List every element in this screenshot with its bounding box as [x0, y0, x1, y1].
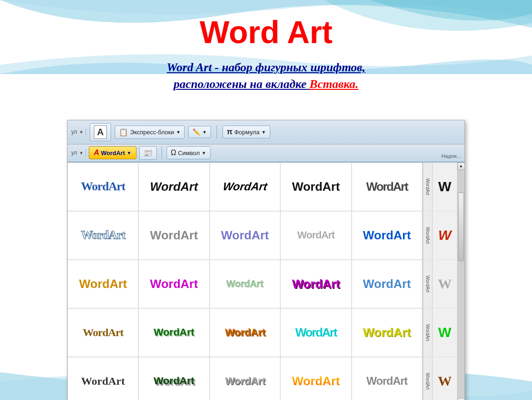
wordart-preview: WordArt: [150, 277, 198, 291]
subtitle-text: Word Art - набор фигурных шрифтов, распо…: [139, 59, 393, 93]
gallery-cell[interactable]: WordArt: [138, 260, 209, 308]
gallery-cell[interactable]: WordArt: [280, 260, 351, 308]
gallery-cell[interactable]: WordArt: [138, 357, 209, 400]
pi-icon: π: [227, 128, 232, 136]
wordart-preview: WordArt: [221, 228, 269, 243]
edit-button[interactable]: ✏️ ▼: [188, 126, 211, 138]
gallery-cell[interactable]: WordArt: [210, 308, 280, 357]
page-title: Word Art: [199, 14, 332, 50]
sidebar-item[interactable]: WordArtW: [423, 162, 457, 211]
scroll-thumb[interactable]: [458, 193, 464, 261]
formula-button[interactable]: π Формула ▼: [223, 125, 270, 138]
dropdown-label-1: ул: [71, 129, 77, 135]
wordart-preview: WordArt: [79, 277, 127, 291]
wordart-preview: WordArt: [81, 375, 125, 388]
wordart-preview: WordArt: [297, 229, 335, 241]
gallery-cell[interactable]: WordArt: [280, 162, 351, 211]
toolbar-separator-2: [161, 146, 162, 159]
sidebar-item-preview: W: [433, 260, 457, 308]
sidebar-item-label: WordArt: [423, 357, 433, 400]
sidebar-item-preview: W: [433, 162, 457, 211]
wordart-arrow: ▼: [127, 150, 131, 156]
wordart-preview: WordArt: [224, 375, 266, 387]
formula-arrow: ▼: [261, 130, 266, 135]
section-header: Надпи...: [441, 153, 461, 160]
wordart-preview: WordArt: [292, 277, 340, 291]
dropdown-label-2: ул: [71, 150, 77, 156]
gallery-cell[interactable]: WordArt: [68, 308, 138, 357]
edit-arrow: ▼: [202, 130, 207, 135]
wordart-preview: WordArt: [292, 180, 340, 194]
dropdown-arrow-2[interactable]: ▼: [79, 150, 84, 156]
wordart-button[interactable]: A WordArt ▼: [89, 146, 136, 159]
wordart-icon: A: [94, 149, 99, 157]
scroll-up-button[interactable]: ▲: [458, 162, 465, 170]
gallery-cell[interactable]: WordArt: [280, 357, 351, 400]
sidebar-item-label: WordArt: [423, 308, 433, 356]
wordart-preview: WordArt: [224, 327, 266, 339]
gallery-cell[interactable]: WordArt: [352, 357, 422, 400]
sidebar-item-label: WordArt: [423, 211, 433, 259]
toolbar-row1: ул ▼ A 📋 Экспресс-блоки ▼ ✏️ ▼ π Формула…: [68, 120, 464, 144]
drop-cap-icon: 📰: [143, 149, 153, 157]
gallery-cell[interactable]: WordArt: [210, 162, 280, 211]
wordart-preview: WordArt: [150, 180, 198, 194]
text-button[interactable]: A: [90, 123, 111, 141]
sidebar-item[interactable]: WordArtW: [423, 357, 457, 400]
wordart-preview: WordArt: [363, 277, 411, 291]
wordart-preview: WordArt: [227, 279, 264, 289]
omega-icon: Ω: [171, 149, 176, 157]
toolbar-separator-1: [217, 125, 217, 138]
gallery-scrollbar[interactable]: ▲ ▼: [457, 162, 464, 400]
gallery-cell[interactable]: WordArt: [352, 162, 422, 211]
sidebar-item[interactable]: WordArtW: [423, 260, 457, 308]
symbol-button[interactable]: Ω Символ ▼: [167, 146, 210, 159]
gallery-cell[interactable]: WordArt: [68, 162, 138, 211]
sidebar-item[interactable]: WordArtW: [423, 211, 457, 260]
wordart-preview: WordArt: [222, 180, 268, 193]
gallery-cell[interactable]: WordArt: [210, 260, 280, 308]
wordart-preview: WordArt: [295, 325, 337, 340]
wordart-preview: WordArt: [154, 326, 194, 338]
wordart-gallery: WordArtWordArtWordArtWordArtWordArtWordA…: [68, 162, 423, 400]
wordart-preview: WordArt: [366, 180, 408, 194]
gallery-cell[interactable]: WordArt: [280, 308, 351, 357]
gallery-cell[interactable]: WordArt: [138, 162, 209, 211]
gallery-cell[interactable]: WordArt: [138, 211, 209, 260]
gallery-cell[interactable]: WordArt: [280, 211, 351, 260]
gallery-cell[interactable]: WordArt: [68, 357, 138, 400]
symbol-arrow: ▼: [202, 150, 206, 156]
gallery-cell[interactable]: WordArt: [68, 260, 138, 308]
wordart-preview: WordArt: [154, 375, 194, 387]
gallery-cell[interactable]: WordArt: [352, 260, 422, 308]
wordart-preview: WordArt: [292, 374, 340, 388]
sidebar-item[interactable]: WordArtW: [423, 308, 457, 357]
dropdown-arrow-1[interactable]: ▼: [79, 130, 84, 135]
gallery-sidebar: WordArtWWordArtWWordArtWWordArtWWordArtW: [423, 162, 457, 400]
letter-a-icon: A: [94, 125, 107, 139]
gallery-cell[interactable]: WordArt: [138, 308, 209, 357]
gallery-cell[interactable]: WordArt: [352, 211, 422, 260]
wordart-preview: WordArt: [150, 228, 198, 243]
sidebar-item-label: WordArt: [423, 162, 433, 211]
express-blocks-icon: 📋: [119, 128, 128, 137]
wordart-preview: WordArt: [81, 180, 125, 194]
express-blocks-button[interactable]: 📋 Экспресс-блоки ▼: [115, 125, 185, 139]
wordart-preview: WordArt: [81, 228, 125, 242]
sidebar-item-preview: W: [433, 357, 457, 400]
wordart-preview: WordArt: [83, 326, 124, 339]
sidebar-preview-w: W: [438, 325, 451, 340]
scroll-track: [458, 170, 464, 398]
gallery-cell[interactable]: WordArt: [210, 211, 280, 260]
gallery-cell[interactable]: WordArt: [352, 308, 422, 357]
wordart-preview: WordArt: [366, 375, 408, 388]
gallery-cell[interactable]: WordArt: [210, 357, 280, 400]
drop-cap-button[interactable]: 📰: [139, 146, 157, 160]
gallery-cell[interactable]: WordArt: [68, 211, 138, 260]
sidebar-item-preview: W: [433, 211, 457, 259]
word-window: ул ▼ A 📋 Экспресс-блоки ▼ ✏️ ▼ π Формула…: [67, 120, 465, 400]
wordart-preview: WordArt: [363, 228, 411, 243]
scroll-down-button[interactable]: ▼: [458, 398, 465, 400]
wordart-preview: WordArt: [363, 325, 411, 340]
express-blocks-arrow: ▼: [176, 130, 180, 135]
